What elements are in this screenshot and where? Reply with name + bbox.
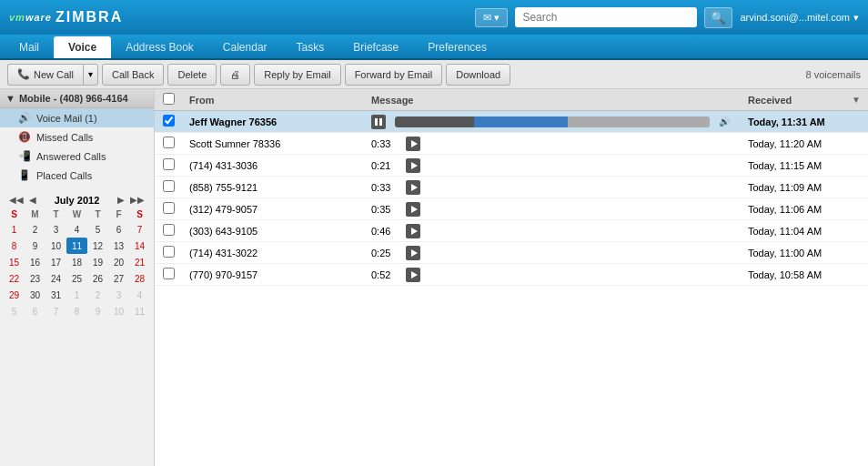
tab-voice[interactable]: Voice bbox=[54, 36, 111, 58]
audio-track[interactable] bbox=[395, 116, 710, 127]
cal-day-cell[interactable]: 1 bbox=[66, 287, 87, 303]
cal-next-btn[interactable]: ▶ bbox=[116, 194, 126, 206]
cal-day-cell[interactable]: 18 bbox=[66, 254, 87, 270]
table-row[interactable]: Jeff Wagner 76356🔊Today, 11:31 AM bbox=[155, 111, 868, 133]
cal-day-cell[interactable]: 25 bbox=[66, 270, 87, 287]
cal-day-cell[interactable]: 28 bbox=[129, 270, 150, 287]
download-button[interactable]: Download bbox=[446, 64, 510, 86]
cal-day-cell[interactable]: 20 bbox=[108, 254, 129, 270]
row-checkbox[interactable] bbox=[163, 224, 175, 236]
row-checkbox[interactable] bbox=[163, 202, 175, 214]
cal-day-cell[interactable]: 13 bbox=[108, 238, 129, 254]
cal-day-cell[interactable]: 9 bbox=[25, 238, 45, 254]
cal-day-cell[interactable]: 11 bbox=[66, 238, 87, 254]
sidebar-item-answered-calls[interactable]: 📲 Answered Calls bbox=[0, 147, 154, 166]
cal-day-cell[interactable]: 23 bbox=[25, 270, 45, 287]
search-button[interactable]: 🔍 bbox=[704, 7, 732, 28]
cal-next-next-btn[interactable]: ▶▶ bbox=[128, 194, 146, 206]
play-button[interactable] bbox=[406, 268, 420, 282]
sidebar-item-missed-calls[interactable]: 📵 Missed Calls bbox=[0, 127, 154, 147]
cal-day-cell[interactable]: 29 bbox=[4, 287, 25, 303]
cal-day-cell[interactable]: 5 bbox=[4, 303, 25, 319]
play-button[interactable] bbox=[406, 202, 420, 217]
mail-dropdown-btn[interactable]: ✉ ▾ bbox=[475, 8, 508, 27]
play-button[interactable] bbox=[406, 246, 420, 260]
cal-day-cell[interactable]: 15 bbox=[4, 254, 25, 270]
cal-day-cell[interactable]: 12 bbox=[87, 238, 108, 254]
cal-day-cell[interactable]: 7 bbox=[129, 221, 150, 238]
cal-day-cell[interactable]: 14 bbox=[129, 238, 150, 254]
cal-day-cell[interactable]: 8 bbox=[4, 238, 25, 254]
cal-day-cell[interactable]: 6 bbox=[108, 221, 129, 238]
table-row[interactable]: (858) 755-91210:33Today, 11:09 AM bbox=[155, 177, 868, 198]
row-checkbox[interactable] bbox=[163, 180, 175, 192]
cal-day-cell[interactable]: 3 bbox=[45, 221, 66, 238]
table-row[interactable]: (303) 643-91050:46Today, 11:04 AM bbox=[155, 220, 868, 242]
cal-day-cell[interactable]: 4 bbox=[66, 221, 87, 238]
sidebar-item-placed-calls[interactable]: 📱 Placed Calls bbox=[0, 166, 154, 185]
cal-day-cell[interactable]: 9 bbox=[87, 303, 108, 319]
tab-mail[interactable]: Mail bbox=[5, 36, 54, 58]
tab-tasks[interactable]: Tasks bbox=[282, 36, 339, 58]
cal-day-cell[interactable]: 21 bbox=[129, 254, 150, 270]
user-dropdown-icon[interactable]: ▾ bbox=[853, 12, 859, 24]
sidebar-item-voicemail[interactable]: 🔊 Voice Mail (1) bbox=[0, 108, 154, 127]
row-checkbox[interactable] bbox=[163, 115, 175, 127]
tab-calendar[interactable]: Calendar bbox=[208, 36, 282, 58]
sidebar-section-mobile[interactable]: ▼ Mobile - (408) 966-4164 bbox=[0, 89, 154, 108]
cal-day-cell[interactable]: 3 bbox=[108, 287, 129, 303]
cal-day-cell[interactable]: 26 bbox=[87, 270, 108, 287]
play-button[interactable] bbox=[406, 158, 420, 173]
new-call-button[interactable]: 📞 New Call bbox=[7, 64, 83, 86]
pause-button[interactable] bbox=[371, 115, 386, 129]
cal-day-cell[interactable]: 10 bbox=[108, 303, 129, 319]
cal-prev-btn[interactable]: ◀ bbox=[27, 194, 38, 206]
row-checkbox[interactable] bbox=[163, 268, 175, 279]
table-row[interactable]: (312) 479-90570:35Today, 11:06 AM bbox=[155, 198, 868, 220]
reply-email-button[interactable]: Reply by Email bbox=[254, 64, 340, 86]
search-input[interactable] bbox=[515, 7, 697, 27]
cal-day-cell[interactable]: 7 bbox=[45, 303, 66, 319]
cal-day-cell[interactable]: 10 bbox=[45, 238, 66, 254]
cal-day-cell[interactable]: 22 bbox=[4, 270, 25, 287]
main-layout: ▼ Mobile - (408) 966-4164 🔊 Voice Mail (… bbox=[0, 89, 868, 466]
cal-day-cell[interactable]: 8 bbox=[66, 303, 87, 319]
table-row[interactable]: (714) 431-30220:25Today, 11:00 AM bbox=[155, 242, 868, 264]
select-all-checkbox[interactable] bbox=[163, 93, 175, 105]
table-row[interactable]: Scott Sumner 783360:33Today, 11:20 AM bbox=[155, 133, 868, 155]
play-button[interactable] bbox=[406, 224, 420, 238]
cal-day-cell[interactable]: 16 bbox=[25, 254, 45, 270]
cal-day-cell[interactable]: 19 bbox=[87, 254, 108, 270]
table-row[interactable]: (770) 970-91570:52Today, 10:58 AM bbox=[155, 264, 868, 286]
cal-day-cell[interactable]: 6 bbox=[25, 303, 45, 319]
received-cell: Today, 11:15 AM bbox=[741, 160, 868, 171]
cal-day-cell[interactable]: 5 bbox=[87, 221, 108, 238]
row-checkbox[interactable] bbox=[163, 246, 175, 258]
filter-icon[interactable]: ▼ bbox=[852, 95, 861, 105]
cal-prev-prev-btn[interactable]: ◀◀ bbox=[7, 194, 25, 206]
delete-button[interactable]: Delete bbox=[167, 64, 217, 86]
callback-button[interactable]: Call Back bbox=[102, 64, 164, 86]
cal-day-cell[interactable]: 1 bbox=[4, 221, 25, 238]
cal-day-cell[interactable]: 11 bbox=[129, 303, 150, 319]
print-button[interactable]: 🖨 bbox=[220, 64, 250, 86]
forward-email-button[interactable]: Forward by Email bbox=[345, 64, 443, 86]
row-checkbox[interactable] bbox=[163, 158, 175, 170]
cal-day-cell[interactable]: 30 bbox=[25, 287, 45, 303]
cal-day-cell[interactable]: 2 bbox=[25, 221, 45, 238]
cal-day-cell[interactable]: 4 bbox=[129, 287, 150, 303]
cal-day-cell[interactable]: 27 bbox=[108, 270, 129, 287]
row-checkbox[interactable] bbox=[163, 137, 175, 148]
cal-day-cell[interactable]: 17 bbox=[45, 254, 66, 270]
tab-address-book[interactable]: Address Book bbox=[111, 36, 208, 58]
cal-day-cell[interactable]: 2 bbox=[87, 287, 108, 303]
play-button[interactable] bbox=[406, 137, 420, 151]
new-call-dropdown[interactable]: ▾ bbox=[83, 64, 98, 86]
cal-day-cell[interactable]: 24 bbox=[45, 270, 66, 287]
cal-prev-group: ◀◀ ◀ bbox=[7, 194, 38, 206]
table-row[interactable]: (714) 431-30360:21Today, 11:15 AM bbox=[155, 155, 868, 177]
tab-briefcase[interactable]: Briefcase bbox=[338, 36, 413, 58]
play-button[interactable] bbox=[406, 180, 420, 195]
tab-preferences[interactable]: Preferences bbox=[413, 36, 501, 58]
cal-day-cell[interactable]: 31 bbox=[45, 287, 66, 303]
